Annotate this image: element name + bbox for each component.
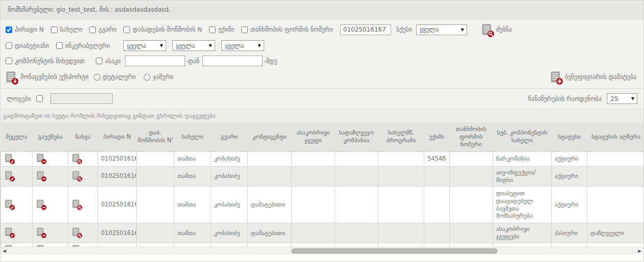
filter-row-4: მონაცემების ექსპორტი დეტალური ჯამური ბენ… xyxy=(6,71,638,83)
scrollbar-thumb[interactable] xyxy=(291,248,498,254)
view-row-icon[interactable] xyxy=(72,153,80,163)
column-header-9[interactable]: სადაზღვევო კომპანია xyxy=(335,122,378,151)
incurable-checkbox[interactable] xyxy=(56,42,63,49)
edit-row-icon[interactable] xyxy=(5,199,13,208)
records-count-select[interactable]: 25 ▼ xyxy=(607,93,637,104)
sex-select[interactable]: ყველა ▼ xyxy=(416,24,467,35)
logs-input[interactable] xyxy=(50,93,113,104)
column-header-6[interactable]: გვარი xyxy=(211,122,248,151)
column-header-14[interactable]: სტატუსი xyxy=(552,122,587,151)
filter-first-name[interactable]: სახელი xyxy=(51,26,83,33)
column-header-1[interactable]: გაუქმება xyxy=(33,122,68,151)
last-name-checkbox[interactable] xyxy=(89,27,96,33)
table-row: 01025016167თამთაკობახიძედამატებითიდიაბეტ… xyxy=(1,186,644,223)
view-row-icon[interactable] xyxy=(72,227,80,237)
edit-row-icon[interactable] xyxy=(5,153,13,163)
cancel-row-icon[interactable] xyxy=(36,171,44,180)
view-row-icon[interactable] xyxy=(72,171,80,180)
view-row-icon[interactable] xyxy=(72,199,80,208)
by-component-checkbox[interactable] xyxy=(6,58,12,64)
search-button[interactable]: ძებნა xyxy=(481,23,512,36)
age-from-input[interactable] xyxy=(125,56,185,66)
cell-status-description: დაზღვეული xyxy=(587,223,644,243)
logs-checkbox[interactable] xyxy=(36,95,43,102)
radio-total[interactable]: ჯამური xyxy=(144,73,173,81)
column-header-5[interactable]: სახელი xyxy=(174,122,211,151)
add-beneficiary-button[interactable]: ბენეფიციარის დამატება xyxy=(550,71,636,83)
cancel-row-icon[interactable] xyxy=(36,227,44,237)
filter-by-component[interactable]: კომპონენტის მიხედვით xyxy=(6,58,85,65)
column-header-15[interactable]: სტატუსის აღწერა xyxy=(587,122,644,151)
column-header-13[interactable]: სუბ. კომპონენტის სახელი xyxy=(493,122,552,151)
export-button[interactable]: მონაცემების ექსპორტი xyxy=(6,71,89,83)
edit-row-icon[interactable] xyxy=(5,227,13,237)
cell-state-program xyxy=(378,151,424,166)
cancel-row-cell xyxy=(33,151,68,166)
scrollbar-track[interactable] xyxy=(8,247,636,255)
first-name-checkbox[interactable] xyxy=(51,27,58,33)
filter-select-3-value: ყველა xyxy=(225,42,244,49)
incurable-label: ინკურაბელური xyxy=(65,42,110,49)
cell-sub-component-name: ასაკობრივი ჯგუფები xyxy=(493,223,552,243)
cancel-row-icon[interactable] xyxy=(36,199,44,208)
horizontal-scrollbar[interactable]: ◀ ▶ xyxy=(1,247,643,254)
filter-doctor[interactable]: ექიმი xyxy=(209,26,234,33)
cell-status: აქტიური xyxy=(552,151,587,166)
filter-diabetic[interactable]: დიაბეტიანი xyxy=(6,42,49,49)
filter-birth-cert[interactable]: დაბადების მოწმობის N xyxy=(123,26,202,33)
diabetic-checkbox[interactable] xyxy=(6,42,12,49)
edit-row-cell xyxy=(1,186,33,223)
filter-age[interactable]: ასაკი xyxy=(96,58,121,65)
column-header-12[interactable]: თანხმობის ფორმის ნომერი xyxy=(450,122,493,151)
edit-row-icon[interactable] xyxy=(5,171,13,180)
age-label: ასაკი xyxy=(105,58,121,65)
filter-last-name[interactable]: გვარი xyxy=(89,26,116,33)
filter-row-3: კომპონენტის მიხედვით ასაკი -დან -მდე xyxy=(6,56,638,66)
filter-incurable[interactable]: ინკურაბელური xyxy=(56,42,110,49)
chevron-down-icon: ▼ xyxy=(209,43,212,48)
cell-status-description xyxy=(587,186,644,223)
doctor-checkbox[interactable] xyxy=(209,27,216,33)
consent-form-number-input[interactable] xyxy=(340,24,391,35)
column-header-2[interactable]: ნახვა xyxy=(68,122,98,151)
age-to-suffix: -მდე xyxy=(264,58,277,65)
table-row: 01025016167თამთაკობახიძე54546ნარკომანიაა… xyxy=(1,151,644,166)
filter-personal-n[interactable]: პირადი N xyxy=(6,26,44,33)
chevron-down-icon: ▼ xyxy=(461,28,464,32)
consent-form-checkbox[interactable] xyxy=(241,27,248,33)
filter-select-1[interactable]: ყველა ▼ xyxy=(123,40,166,51)
column-header-7[interactable]: კონტიგენტი xyxy=(248,122,292,151)
group-by-drop-zone[interactable]: გადმოიტანეთ ის სვეტი რომლის მიხედვითაც გ… xyxy=(1,109,643,122)
view-row-cell xyxy=(68,186,98,223)
logs-toggle[interactable] xyxy=(36,95,45,102)
cancel-row-icon[interactable] xyxy=(36,153,44,163)
first-name-label: სახელი xyxy=(60,26,83,33)
detailed-radio[interactable] xyxy=(94,74,100,81)
birth-cert-checkbox[interactable] xyxy=(123,27,130,33)
filter-select-2[interactable]: ყველა ▼ xyxy=(172,40,215,51)
records-count-value: 25 xyxy=(610,95,618,102)
cell-birth-cert-no xyxy=(137,166,174,186)
column-header-11[interactable]: ექიმი xyxy=(424,122,450,151)
cell-contingent xyxy=(248,166,292,186)
column-header-0[interactable]: შეცვლა xyxy=(1,122,33,151)
filter-select-3[interactable]: ყველა ▼ xyxy=(221,40,264,51)
radio-detailed[interactable]: დეტალური xyxy=(94,73,136,81)
personal-n-checkbox[interactable] xyxy=(6,27,12,33)
cell-consent-form-no xyxy=(450,223,493,243)
total-radio[interactable] xyxy=(144,74,150,81)
cell-insurance-company xyxy=(335,151,378,166)
scroll-right-arrow-icon[interactable]: ▶ xyxy=(636,247,643,255)
app-window: მომხმარებელი: gio_test_test, მის.: asdas… xyxy=(0,0,644,262)
age-checkbox[interactable] xyxy=(96,58,102,64)
total-label: ჯამური xyxy=(153,73,173,81)
detailed-label: დეტალური xyxy=(103,73,136,81)
age-to-input[interactable] xyxy=(202,56,263,66)
column-header-3[interactable]: პირადი N xyxy=(98,122,137,151)
column-header-10[interactable]: სახელმწ. პროგრამა xyxy=(378,122,424,151)
table-row: 01025016167თამთაკობახიძეაივ-ინფექცია/შიდ… xyxy=(1,166,644,186)
column-header-4[interactable]: დაბ. მოწმობის N' xyxy=(137,122,174,151)
column-header-8[interactable]: ასაკობრივი ჯგუფი xyxy=(292,122,335,151)
scroll-left-arrow-icon[interactable]: ◀ xyxy=(1,247,8,255)
filter-consent-form[interactable]: თანხმობის ფორმის ნომერი xyxy=(241,26,333,33)
